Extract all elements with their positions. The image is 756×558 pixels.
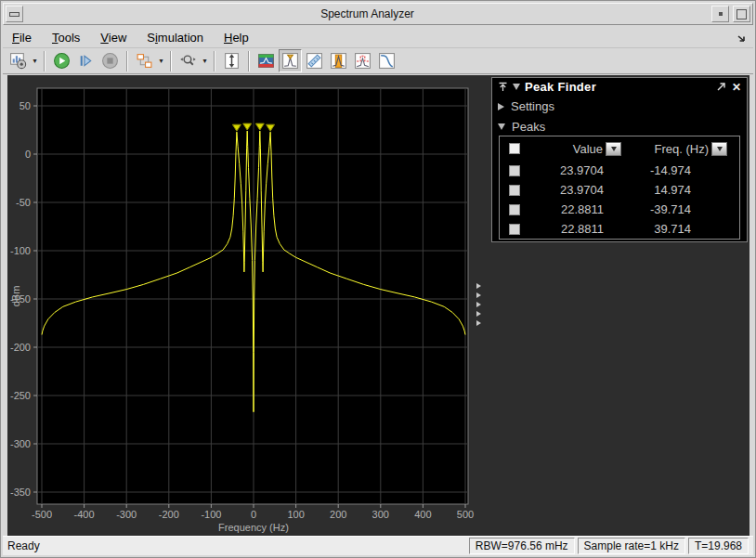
- channel-measurements-icon: [330, 52, 347, 70]
- main-content: -500-400-300-200-1000100200300400500500-…: [7, 75, 749, 537]
- svg-text:dBm: dBm: [10, 286, 21, 307]
- dock-arrow-icon: [736, 32, 747, 43]
- svg-text:50: 50: [20, 100, 31, 111]
- restore-icon: [719, 12, 723, 16]
- menu-file[interactable]: File: [12, 31, 32, 45]
- menu-simulation[interactable]: Simulation: [147, 31, 203, 45]
- step-forward-icon: [77, 52, 95, 70]
- spectrum-settings-icon: [9, 52, 27, 70]
- svg-text:-200: -200: [159, 509, 179, 520]
- dropdown-arrow-icon[interactable]: ▾: [31, 57, 39, 65]
- expand-arrow-icon[interactable]: [476, 283, 481, 289]
- menu-view[interactable]: View: [100, 31, 126, 45]
- distortion-measurements-button[interactable]: [303, 49, 326, 72]
- peak-value: 23.9704: [533, 183, 604, 197]
- peak-freq: -39.714: [604, 202, 710, 216]
- expand-arrow-icon[interactable]: [476, 292, 481, 298]
- collapsed-triangle-icon: [498, 103, 504, 110]
- peaks-section-toggle[interactable]: Peaks: [492, 116, 747, 136]
- pin-panel-button[interactable]: [497, 82, 508, 93]
- panel-splitter[interactable]: [476, 283, 481, 326]
- spectrum-analyzer-window: Spectrum Analyzer FileToolsViewSimulatio…: [0, 0, 756, 558]
- step-forward-button[interactable]: [74, 49, 98, 72]
- settings-label: Settings: [511, 99, 554, 113]
- peak-finder-panel: Peak Finder ✕ Settings Peaks: [491, 77, 748, 242]
- window-title: Spectrum Analyzer: [25, 7, 710, 20]
- spectrum-plot[interactable]: -500-400-300-200-1000100200300400500500-…: [7, 75, 488, 537]
- close-panel-button[interactable]: ✕: [731, 81, 742, 94]
- spectral-mask-button[interactable]: [351, 49, 374, 72]
- svg-text:-200: -200: [10, 342, 31, 353]
- restore-button[interactable]: [711, 6, 729, 22]
- zoom-tools-button[interactable]: [176, 49, 200, 72]
- toolbar-separator: [214, 51, 215, 71]
- settings-section-toggle[interactable]: Settings: [492, 96, 747, 116]
- dropdown-arrow-icon[interactable]: ▾: [201, 57, 209, 65]
- ccdf-icon: [378, 52, 396, 70]
- select-all-checkbox[interactable]: [509, 143, 520, 154]
- table-row[interactable]: 22.8811 -39.714: [500, 200, 739, 219]
- expand-arrow-icon[interactable]: [476, 311, 481, 317]
- dropdown-arrow-icon[interactable]: ▾: [157, 57, 165, 65]
- peak-freq: -14.974: [604, 163, 710, 177]
- stop-button[interactable]: [98, 49, 122, 72]
- menubar: FileToolsViewSimulationHelp: [3, 27, 753, 48]
- collapse-panel-button[interactable]: [513, 84, 520, 90]
- peak-finder-icon: [281, 52, 299, 70]
- rbw-indicator: RBW=976.56 mHz: [469, 538, 575, 554]
- svg-text:-350: -350: [10, 487, 31, 498]
- highlight-simulink-block-button[interactable]: [133, 49, 156, 72]
- spectrum-spectrogram-button[interactable]: [254, 49, 278, 72]
- svg-text:-50: -50: [16, 197, 31, 208]
- undock-icon: [716, 82, 726, 92]
- maximize-icon: [736, 9, 747, 19]
- svg-text:-300: -300: [10, 438, 31, 449]
- maximize-button[interactable]: [733, 6, 750, 22]
- undock-panel-button[interactable]: [715, 82, 726, 93]
- svg-text:0: 0: [25, 149, 31, 160]
- stop-icon: [101, 52, 119, 70]
- table-row[interactable]: 22.8811 39.714: [500, 219, 739, 239]
- status-message: Ready: [7, 539, 466, 552]
- channel-measurements-button[interactable]: [327, 49, 350, 72]
- menu-tools[interactable]: Tools: [52, 31, 80, 45]
- peak-finder-header: Peak Finder ✕: [492, 78, 747, 96]
- time-indicator: T=19.968: [688, 538, 749, 554]
- toolbar: ▾ ▾: [3, 48, 753, 74]
- simulink-block-icon: [136, 52, 153, 70]
- toolbar-separator: [170, 51, 172, 71]
- toolbar-separator: [126, 51, 128, 71]
- minimize-icon: [9, 12, 20, 17]
- freq-column-header: Freq. (Hz): [655, 142, 710, 156]
- peak-finder-button[interactable]: [279, 49, 302, 72]
- table-row[interactable]: 23.9704 14.974: [500, 180, 739, 200]
- ccdf-measurements-button[interactable]: [375, 49, 398, 72]
- panel-title: Peak Finder: [525, 80, 710, 94]
- peak-checkbox[interactable]: [509, 165, 520, 176]
- dock-figure-button[interactable]: [735, 31, 748, 44]
- expand-arrow-icon[interactable]: [476, 320, 481, 326]
- value-sort-button[interactable]: [606, 142, 621, 156]
- peak-checkbox[interactable]: [509, 224, 520, 235]
- table-row[interactable]: 23.9704 -14.974: [500, 161, 739, 180]
- svg-text:-250: -250: [10, 390, 31, 401]
- distortion-icon: [306, 52, 323, 70]
- spectrum-spectrogram-icon: [257, 52, 275, 70]
- svg-text:-500: -500: [32, 509, 52, 520]
- freq-sort-button[interactable]: [711, 142, 727, 156]
- svg-text:-100: -100: [10, 245, 31, 256]
- menubar-items: FileToolsViewSimulationHelp: [12, 31, 249, 45]
- spectrum-settings-button[interactable]: [7, 49, 30, 72]
- window-menu-button[interactable]: [6, 6, 23, 22]
- svg-text:-300: -300: [116, 509, 137, 520]
- run-button[interactable]: [50, 49, 73, 72]
- value-column-header: Value: [573, 142, 603, 156]
- peak-checkbox[interactable]: [509, 204, 520, 215]
- fit-to-view-button[interactable]: [220, 49, 243, 72]
- expand-arrow-icon[interactable]: [476, 302, 481, 307]
- peak-checkbox[interactable]: [509, 185, 520, 196]
- menu-help[interactable]: Help: [224, 31, 249, 45]
- svg-text:-100: -100: [201, 509, 221, 520]
- peaks-table: Value Freq. (Hz) 23.9704 -14.974: [499, 136, 740, 240]
- peak-freq: 39.714: [604, 222, 710, 236]
